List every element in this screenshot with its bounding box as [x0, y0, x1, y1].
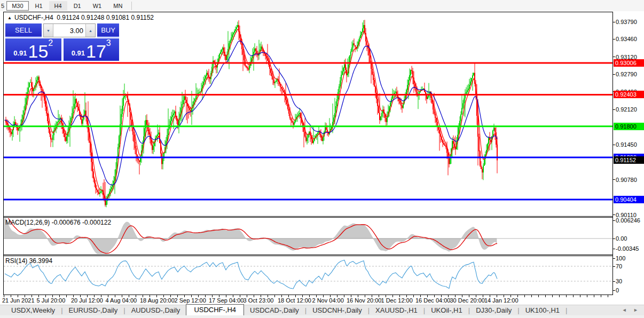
chart-tab-ukoil-h1[interactable]: UKOil-,H1 — [425, 305, 468, 316]
bid-price-button[interactable]: 0.91 15 2 — [5, 38, 61, 61]
price-tick-label: 0.93460 — [616, 36, 637, 42]
chart-tab-bar: USDX,Weekly|EURUSD-,Daily|AUDUSD-,DailyU… — [0, 305, 644, 316]
ask-price-button[interactable]: 0.91 17 3 — [64, 38, 120, 61]
price-tick-label: 0.92790 — [616, 71, 637, 77]
time-axis-label: 2 Nov 04:00 — [312, 297, 344, 304]
rsi-axis-tick — [613, 266, 615, 267]
rsi-axis-tick — [613, 281, 615, 282]
time-axis-label: 18 Oct 12:00 — [278, 297, 311, 304]
price-tick-mark — [613, 179, 615, 180]
macd-axis-tick — [613, 249, 615, 249]
chart-title: ▲USDCHF-,H4 0.91124 0.91248 0.91081 0.91… — [7, 14, 154, 21]
price-tick-mark — [613, 74, 615, 75]
time-axis-label: 20 Jul 12:00 — [71, 297, 103, 304]
price-badge-0.90404: 0.90404 — [614, 196, 644, 203]
volume-stepper: ▼ ▲ — [43, 23, 96, 37]
macd-axis-label: 0.006246 — [616, 217, 640, 224]
price-tick-mark — [613, 57, 615, 57]
ask-price-prefix: 0.91 — [72, 49, 85, 57]
volume-increase-button[interactable]: ▲ — [85, 24, 95, 37]
time-axis-label: 4 Aug 04:00 — [106, 297, 137, 304]
one-click-trading-panel: SELL ▼ ▲ BUY 0.91 15 2 0.91 17 3 — [5, 23, 119, 61]
time-axis-label: 16 Dec 04:00 — [415, 297, 450, 304]
chart-tab-usdx-weekly[interactable]: USDX,Weekly — [5, 305, 61, 316]
time-axis-label: 2 Sep 12:00 — [175, 297, 206, 304]
price-badge-0.92403: 0.92403 — [614, 91, 644, 98]
rsi-line — [5, 260, 497, 289]
macd-axis-tick — [613, 220, 615, 221]
chart-tab-uk100-h1[interactable]: UK100-,H1 — [520, 305, 566, 316]
time-axis-label: 17 Sep 04:00 — [209, 297, 244, 304]
chart-tab-eurusd-daily[interactable]: EURUSD-,Daily — [63, 305, 124, 316]
price-tick-label: 0.91450 — [616, 141, 637, 148]
rsi-axis-label: 100 — [616, 255, 625, 261]
macd-indicator-label: MACD(12,26,9) -0.000676 -0.000122 — [5, 219, 111, 226]
volume-input[interactable] — [53, 24, 85, 37]
chart-tab-usdcnh-daily[interactable]: USDCNH-,Daily — [307, 305, 367, 316]
sell-button[interactable]: SELL — [5, 23, 42, 37]
time-axis-label: 21 Jun 2021 — [2, 297, 35, 304]
collapse-triangle-icon[interactable]: ▲ — [7, 15, 12, 20]
time-axis-label: 16 Nov 20:00 — [347, 297, 381, 304]
buy-button[interactable]: BUY — [97, 23, 119, 37]
price-badge-0.91152: 0.91152 — [614, 156, 644, 164]
time-axis-label: 30 Dec 20:00 — [450, 297, 485, 304]
price-badge-0.93006: 0.93006 — [614, 59, 644, 67]
bid-price-prefix: 0.91 — [13, 49, 27, 57]
rsi-indicator-label: RSI(14) 36.3994 — [5, 257, 52, 265]
chart-tab-usdcad-daily[interactable]: USDCAD-,Daily — [244, 305, 305, 316]
price-tick-mark — [613, 22, 615, 22]
time-axis: 21 Jun 20215 Jul 20:0020 Jul 12:004 Aug … — [0, 297, 644, 305]
macd-axis-tick — [613, 238, 615, 239]
time-axis-label: 14 Jan 12:00 — [484, 297, 519, 304]
price-tick-mark — [613, 214, 615, 215]
bid-price-pip-digit: 2 — [48, 39, 53, 47]
chart-tab-audusd-daily[interactable]: AUDUSD-,Daily — [125, 305, 186, 316]
macd-axis-label: -0.00345 — [616, 245, 639, 252]
tab-scroll-arrows[interactable]: ◄ ► — [622, 307, 641, 313]
ask-price-big-digits: 17 — [86, 43, 106, 59]
volume-decrease-button[interactable]: ▼ — [44, 24, 53, 37]
price-badge-0.91800: 0.91800 — [614, 123, 644, 130]
bid-price-big-digits: 15 — [28, 43, 49, 59]
price-tick-label: 0.90780 — [616, 177, 637, 183]
chart-tab-xauusd-h1[interactable]: XAUUSD-,H1 — [370, 305, 423, 316]
time-axis-label: 3 Oct 23:00 — [244, 297, 274, 304]
mt4-terminal-window: { "toolbar": { "periods": [ {"label":"5"… — [0, 0, 644, 318]
macd-axis-label: 0.00 — [616, 235, 627, 242]
price-tick-label: 0.92120 — [616, 106, 637, 113]
rsi-axis-tick — [613, 258, 615, 259]
rsi-axis-label: 70 — [616, 263, 622, 269]
time-axis-label: 18 Aug 20:00 — [140, 297, 175, 304]
price-tick-mark — [613, 39, 615, 39]
rsi-axis-label: 0 — [616, 287, 619, 293]
rsi-axis-label: 30 — [616, 278, 622, 284]
price-tick-label: 0.93790 — [616, 19, 637, 25]
chart-symbol-label: USDCHF-,H4 — [14, 14, 53, 21]
bottom-strip — [0, 315, 644, 318]
chart-ohlc-values: 0.91124 0.91248 0.91081 0.91152 — [57, 14, 154, 21]
rsi-axis-tick — [613, 290, 615, 291]
time-axis-label: 5 Jul 20:00 — [37, 297, 66, 304]
price-tick-mark — [613, 145, 615, 145]
ask-price-pip-digit: 3 — [106, 39, 111, 47]
price-tick-mark — [613, 109, 615, 110]
chart-tab-dj30-daily[interactable]: DJ30-,Daily — [470, 305, 517, 316]
chart-tab-usdchf-h4[interactable]: USDCHF-,H4 — [186, 304, 244, 316]
time-axis-label: 1 Dec 12:00 — [381, 297, 413, 304]
tab-separator: | — [566, 306, 567, 316]
